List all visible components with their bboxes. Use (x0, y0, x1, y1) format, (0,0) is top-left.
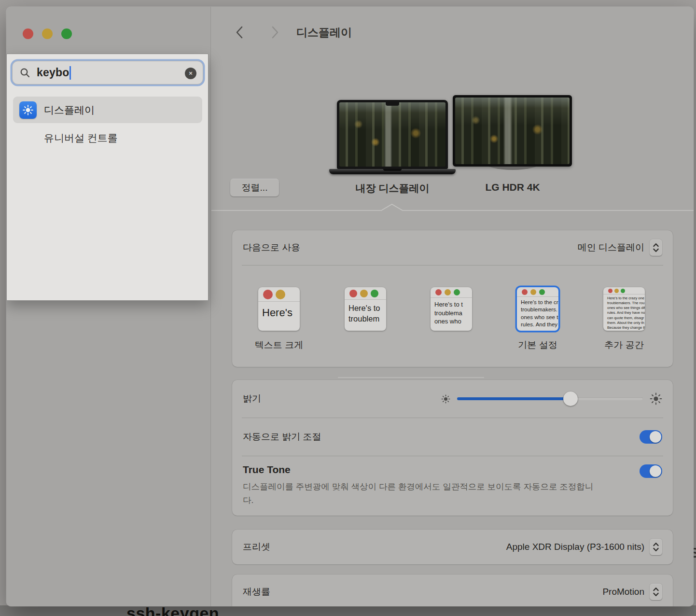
preset-label: 프리셋 (243, 541, 270, 553)
wallpaper-thumbnail (339, 102, 445, 167)
scale-option-2[interactable]: Here's totroublem (327, 287, 404, 333)
refresh-rate-card: 재생률 ProMotion (232, 574, 673, 606)
brightness-dim-icon (441, 394, 450, 404)
auto-brightness-toggle[interactable] (640, 430, 662, 444)
traffic-dot (360, 290, 368, 297)
close-button[interactable] (23, 28, 33, 39)
arrange-displays-button[interactable]: 정렬... (230, 179, 279, 196)
brightness-row: 밝기 (232, 380, 673, 418)
builtin-display-label: 내장 디스플레이 (339, 182, 445, 195)
wallpaper-thumbnail (455, 98, 570, 164)
traffic-dot (530, 289, 536, 295)
scale-preview-window: Here's (258, 287, 300, 331)
scale-preview-window: Here's to ttroublemaones who (431, 287, 472, 331)
lg-display-thumbnail[interactable] (453, 95, 572, 167)
traffic-dot (621, 289, 625, 293)
preset-row: 프리셋 Apple XDR Display (P3-1600 nits) (232, 530, 673, 564)
refresh-rate-popup[interactable]: ProMotion (602, 584, 662, 600)
search-input[interactable]: keybo × (12, 61, 203, 84)
builtin-display-thumbnail[interactable] (337, 100, 448, 174)
brightness-slider[interactable] (457, 392, 643, 406)
traffic-dot (371, 290, 378, 297)
search-result-label: 디스플레이 (44, 103, 95, 117)
resolution-card: 다음으로 사용 메인 디스플레이 Here's 텍스트 크게 (232, 230, 673, 367)
display-brightness-icon (19, 101, 37, 119)
camera-notch (386, 102, 399, 106)
auto-brightness-label: 자동으로 밝기 조절 (243, 431, 321, 443)
search-results-panel: keybo × 디스플레이 (6, 54, 209, 301)
brightness-card: 밝기 (232, 380, 673, 516)
slider-knob[interactable] (563, 392, 578, 406)
refresh-rate-value: ProMotion (602, 587, 644, 597)
search-result-display[interactable]: 디스플레이 (13, 97, 202, 123)
scale-option-label: 텍스트 크게 (240, 339, 318, 351)
search-result-label: 유니버설 컨트롤 (44, 131, 118, 145)
preset-value: Apple XDR Display (P3-1600 nits) (506, 542, 644, 552)
chevron-up-down-icon (650, 539, 662, 555)
page-title: 디스플레이 (296, 25, 352, 40)
scaling-options: Here's 텍스트 크게 Here's totroublem Here's t… (232, 266, 673, 367)
scale-option-label: 추가 공간 (585, 339, 663, 351)
scale-preview-window: Here's to the crazy onetroublemakers. Th… (603, 287, 645, 331)
minimize-button[interactable] (42, 28, 53, 39)
scale-option-more-space[interactable]: Here's to the crazy onetroublemakers. Th… (585, 287, 663, 351)
back-button[interactable] (233, 25, 247, 40)
toggle-knob (650, 431, 661, 443)
auto-brightness-row: 자동으로 밝기 조절 (232, 418, 673, 456)
scale-option-larger-text[interactable]: Here's 텍스트 크게 (240, 287, 318, 351)
traffic-dot (539, 289, 545, 295)
refresh-rate-label: 재생률 (243, 586, 270, 598)
brightness-bright-icon (650, 392, 662, 405)
traffic-dot (349, 290, 357, 297)
scale-preview-window: Here's totroublem (345, 287, 386, 331)
system-settings-window: keybo × 디스플레이 (6, 7, 694, 606)
brightness-label: 밝기 (243, 392, 261, 405)
display-settings-pane: 디스플레이 정렬... 내장 디스플레이 LG HDR 4K 다음으로 사용 메… (211, 7, 694, 606)
scale-option-3[interactable]: Here's to ttroublemaones who (413, 287, 490, 333)
scale-option-label: 기본 설정 (499, 339, 576, 351)
clear-search-button[interactable]: × (185, 68, 196, 79)
traffic-dot (276, 290, 285, 299)
zoom-button[interactable] (61, 28, 72, 39)
use-as-value: 메인 디스플레이 (578, 241, 644, 254)
search-query-text: keybo (37, 66, 69, 79)
toggle-knob (650, 465, 661, 477)
chevron-up-down-icon (650, 584, 662, 600)
chevron-up-down-icon (650, 239, 662, 256)
traffic-dot (614, 289, 619, 293)
true-tone-description: 디스플레이를 주변광에 맞춰 색상이 다른 환경에서도 일관적으로 보이도록 자… (243, 480, 600, 507)
laptop-base (329, 169, 456, 174)
terminal-command-text: ssh-keygen (126, 605, 219, 616)
true-tone-row: True Tone 디스플레이를 주변광에 맞춰 색상이 다른 환경에서도 일관… (232, 456, 673, 507)
preset-card: 프리셋 Apple XDR Display (P3-1600 nits) (232, 530, 673, 564)
terminal-band: ssh-keygen (0, 605, 696, 616)
search-result-universal-control[interactable]: 유니버설 컨트롤 (7, 127, 209, 149)
scale-preview-window-selected: Here's to the crtroublemakers.ones who s… (517, 287, 558, 331)
scaling-track-line (338, 377, 484, 378)
forward-button[interactable] (267, 25, 282, 40)
use-as-row: 다음으로 사용 메인 디스플레이 (232, 230, 673, 265)
search-icon (20, 68, 30, 78)
traffic-dot (454, 289, 460, 295)
traffic-dot (522, 289, 528, 295)
sidebar: keybo × 디스플레이 (6, 7, 211, 606)
use-as-popup[interactable]: 메인 디스플레이 (578, 239, 662, 256)
slider-fill (457, 397, 571, 400)
traffic-dot (435, 289, 442, 295)
true-tone-label: True Tone (243, 464, 662, 476)
traffic-dot (608, 289, 612, 293)
true-tone-toggle[interactable] (640, 464, 662, 478)
selected-display-divider (211, 203, 694, 212)
lg-display-label: LG HDR 4K (459, 182, 566, 193)
traffic-dot (445, 289, 451, 295)
text-caret (70, 66, 71, 80)
preset-popup[interactable]: Apple XDR Display (P3-1600 nits) (506, 539, 662, 555)
refresh-rate-row: 재생률 ProMotion (232, 574, 673, 606)
traffic-dot (263, 290, 273, 299)
scale-option-default[interactable]: Here's to the crtroublemakers.ones who s… (499, 287, 576, 351)
use-as-label: 다음으로 사용 (243, 241, 300, 254)
